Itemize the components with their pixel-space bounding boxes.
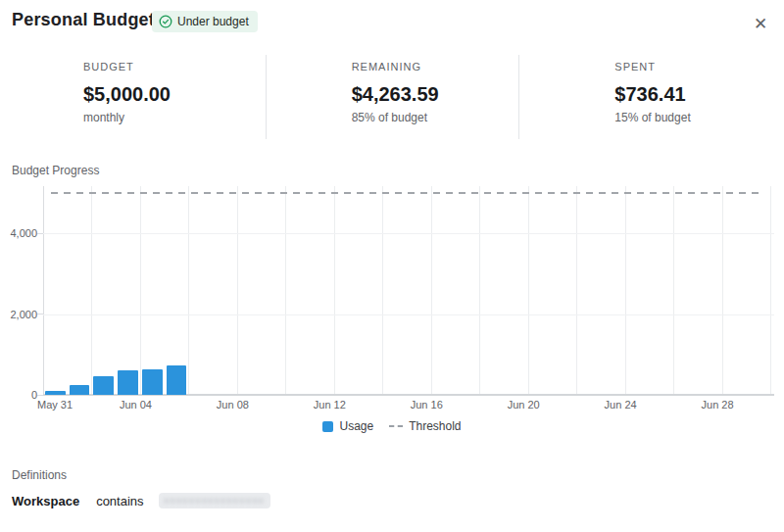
page-title: Personal Budget — [12, 10, 155, 30]
y-tick-label: 4,000 — [0, 227, 37, 239]
vertical-gridline — [479, 186, 480, 395]
x-tick-label: Jun 16 — [411, 399, 443, 411]
x-tick-label: May 31 — [37, 399, 73, 411]
x-tick-label: Jun 24 — [605, 399, 637, 411]
stat-spent: SPENT $736.41 15% of budget — [518, 55, 772, 139]
vertical-gridline — [334, 186, 335, 395]
vertical-gridline — [91, 186, 92, 395]
legend-usage-label: Usage — [339, 419, 373, 433]
vertical-gridline — [431, 186, 432, 395]
x-tick-label: Jun 08 — [217, 399, 249, 411]
chart-section-title: Budget Progress — [12, 164, 99, 177]
vertical-gridline — [625, 186, 626, 395]
definition-operator: contains — [96, 494, 143, 508]
stat-budget: BUDGET $5,000.00 monthly — [12, 55, 266, 139]
y-tick-mark — [37, 314, 43, 314]
horizontal-gridline — [43, 233, 774, 234]
y-tick-label: 2,000 — [0, 309, 37, 320]
usage-bar — [45, 391, 66, 395]
stat-remaining: REMAINING $4,263.59 85% of budget — [266, 55, 519, 139]
legend-threshold-label: Threshold — [409, 419, 461, 433]
status-badge-label: Under budget — [177, 15, 249, 28]
vertical-gridline — [722, 186, 723, 395]
stat-spent-label: SPENT — [614, 61, 772, 73]
vertical-gridline — [382, 186, 383, 395]
y-tick-mark — [37, 233, 43, 234]
stat-spent-value: $736.41 — [614, 83, 772, 106]
vertical-gridline — [140, 186, 141, 395]
stat-spent-sub: 15% of budget — [614, 111, 772, 124]
y-tick-mark — [37, 395, 43, 396]
stat-remaining-label: REMAINING — [352, 61, 519, 73]
usage-swatch-icon — [322, 421, 333, 432]
y-tick-label: 0 — [0, 389, 37, 401]
x-tick-label: Jun 28 — [702, 399, 734, 411]
legend-item-usage: Usage — [322, 419, 373, 433]
vertical-gridline — [285, 186, 286, 395]
usage-bar — [118, 370, 138, 395]
threshold-dash-icon — [389, 425, 403, 427]
stats-row: BUDGET $5,000.00 monthly REMAINING $4,26… — [12, 55, 772, 139]
stat-remaining-sub: 85% of budget — [352, 111, 519, 124]
vertical-gridline — [188, 186, 189, 395]
close-icon: ✕ — [754, 14, 767, 34]
usage-bar — [70, 385, 90, 395]
status-badge: Under budget — [152, 11, 258, 32]
threshold-line — [51, 192, 762, 194]
usage-bar — [167, 365, 187, 395]
stat-budget-value: $5,000.00 — [83, 83, 266, 106]
chart-legend: Usage Threshold — [0, 419, 784, 433]
horizontal-gridline — [43, 314, 774, 315]
vertical-gridline — [770, 186, 771, 395]
definition-field: Workspace — [12, 494, 79, 508]
x-tick-label: Jun 04 — [120, 399, 152, 411]
close-button[interactable]: ✕ — [747, 10, 774, 37]
stat-budget-sub: monthly — [83, 111, 266, 124]
vertical-gridline — [673, 186, 674, 395]
stat-budget-label: BUDGET — [83, 61, 266, 73]
vertical-gridline — [528, 186, 529, 395]
usage-bar — [142, 369, 163, 395]
definition-row: Workspace contains ●●●●●●●●●●●●●●●● — [12, 491, 270, 510]
usage-bar — [93, 376, 114, 395]
chart-plot-area: 02,0004,000 — [43, 186, 770, 395]
check-circle-icon — [159, 15, 172, 28]
redacted-value-pill: ●●●●●●●●●●●●●●●● — [159, 493, 270, 508]
vertical-gridline — [576, 186, 577, 395]
stat-remaining-value: $4,263.59 — [352, 83, 519, 106]
vertical-gridline — [237, 186, 238, 395]
legend-item-threshold: Threshold — [389, 419, 461, 433]
definitions-title: Definitions — [12, 468, 67, 482]
y-axis-line — [43, 186, 44, 395]
x-tick-label: Jun 20 — [508, 399, 540, 411]
header: Personal Budget Under budget ✕ — [0, 0, 784, 43]
budget-progress-chart: 02,0004,000 May 31Jun 04Jun 08Jun 12Jun … — [0, 181, 784, 451]
x-tick-label: Jun 12 — [314, 399, 346, 411]
redacted-value: ●●●●●●●●●●●●●●●● — [164, 496, 265, 506]
